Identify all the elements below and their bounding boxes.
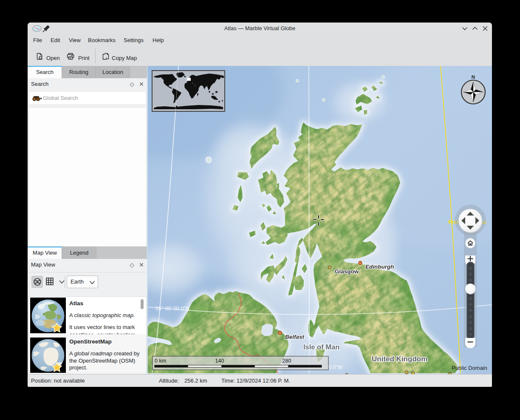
svg-text:Belfast: Belfast — [285, 334, 305, 340]
svg-text:55° 00' 00.0"N: 55° 00' 00.0"N — [155, 306, 189, 312]
svg-text:Public Domain: Public Domain — [452, 365, 487, 371]
svg-text:280: 280 — [283, 358, 291, 364]
svg-text:140: 140 — [215, 358, 224, 364]
svg-text:N: N — [472, 74, 475, 79]
svg-text:Glasgow: Glasgow — [335, 268, 359, 275]
svg-text:Edinburgh: Edinburgh — [365, 264, 394, 270]
svg-text:Isle of Man: Isle of Man — [303, 343, 339, 351]
svg-text:0 km: 0 km — [155, 358, 166, 364]
svg-text:United Kingdom: United Kingdom — [372, 355, 427, 363]
